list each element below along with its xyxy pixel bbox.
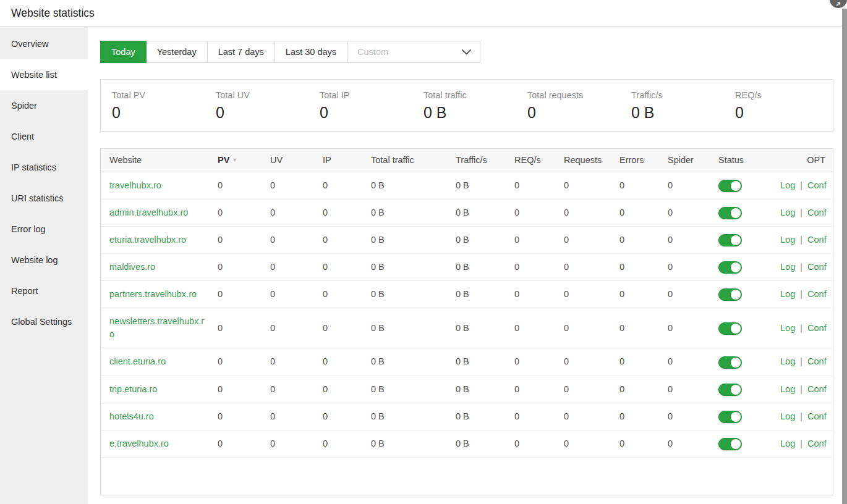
log-link[interactable]: Log [780, 262, 795, 272]
toggle-knob [731, 262, 741, 272]
website-link[interactable]: hotels4u.ro [109, 411, 154, 421]
cell-uv: 0 [262, 308, 314, 348]
conf-link[interactable]: Conf [807, 208, 827, 217]
log-link[interactable]: Log [780, 356, 795, 366]
cell-ip: 0 [314, 430, 362, 457]
cell-pv: 0 [209, 226, 262, 253]
vertical-scrollbar-thumb[interactable] [842, 9, 847, 504]
opt-separator: | [795, 411, 807, 421]
log-link[interactable]: Log [780, 180, 795, 190]
conf-link[interactable]: Conf [807, 323, 827, 333]
status-toggle[interactable] [718, 261, 742, 274]
website-link[interactable]: admin.travelhubx.ro [109, 208, 188, 217]
sidebar-item-label: Global Settings [11, 317, 72, 327]
cell-traffic-per-s: 0 B [447, 172, 506, 199]
cell-total-traffic: 0 B [362, 403, 447, 430]
cell-pv: 0 [209, 403, 262, 430]
column-header-spider[interactable]: Spider [659, 149, 710, 172]
column-header-traffic-s[interactable]: Traffic/s [447, 149, 506, 172]
toggle-knob [731, 181, 741, 191]
cell-uv: 0 [262, 199, 314, 226]
toggle-knob [731, 235, 741, 245]
column-header-uv[interactable]: UV [262, 149, 314, 172]
sidebar: Overview Website list Spider Client IP s… [0, 27, 88, 504]
website-link[interactable]: travelhubx.ro [109, 180, 161, 190]
sidebar-item-website-list[interactable]: Website list [0, 59, 88, 90]
website-link[interactable]: partners.travelhubx.ro [109, 289, 197, 299]
column-header-errors[interactable]: Errors [611, 149, 659, 172]
summary-stat-label: Total IP [320, 90, 412, 100]
log-link[interactable]: Log [780, 208, 795, 217]
status-toggle[interactable] [718, 207, 742, 219]
summary-stat-value: 0 [527, 105, 620, 120]
website-link[interactable]: eturia.travelhubx.ro [109, 235, 186, 245]
conf-link[interactable]: Conf [807, 384, 827, 394]
website-link[interactable]: trip.eturia.ro [109, 384, 157, 394]
cell-pv: 0 [209, 348, 262, 376]
custom-date-placeholder: Custom [357, 47, 388, 57]
website-link[interactable]: client.eturia.ro [109, 356, 166, 366]
log-link[interactable]: Log [780, 384, 795, 394]
log-link[interactable]: Log [780, 289, 795, 299]
tab-last-30-days[interactable]: Last 30 days [275, 41, 347, 63]
sidebar-item-spider[interactable]: Spider [0, 90, 88, 121]
sidebar-item-uri-statistics[interactable]: URI statistics [0, 183, 88, 214]
sidebar-item-overview[interactable]: Overview [0, 28, 88, 59]
cell-req-per-s: 0 [506, 226, 555, 253]
cell-errors: 0 [611, 226, 659, 253]
cell-traffic-per-s: 0 B [447, 376, 506, 403]
website-link[interactable]: newsletters.travelhubx.ro [109, 316, 204, 339]
table-row: e.travelhubx.ro 0 0 0 0 B 0 B 0 0 0 0 Lo… [101, 430, 833, 457]
sidebar-item-global-settings[interactable]: Global Settings [0, 306, 88, 337]
status-toggle[interactable] [718, 356, 742, 369]
opt-separator: | [795, 262, 807, 272]
toggle-knob [731, 324, 741, 334]
sidebar-item-ip-statistics[interactable]: IP statistics [0, 152, 88, 183]
status-toggle[interactable] [718, 288, 742, 301]
status-toggle[interactable] [718, 438, 742, 450]
conf-link[interactable]: Conf [807, 180, 827, 190]
column-header-req-s[interactable]: REQ/s [506, 149, 555, 172]
cell-ip: 0 [314, 281, 362, 308]
custom-date-dropdown[interactable]: Custom [347, 41, 480, 63]
column-header-pv[interactable]: PV▼ [209, 149, 262, 172]
sidebar-item-error-log[interactable]: Error log [0, 214, 88, 245]
log-link[interactable]: Log [780, 439, 795, 448]
tab-yesterday[interactable]: Yesterday [146, 41, 208, 63]
status-toggle[interactable] [718, 234, 742, 246]
cell-spider: 0 [659, 254, 710, 281]
status-toggle[interactable] [718, 322, 742, 335]
conf-link[interactable]: Conf [807, 235, 827, 245]
conf-link[interactable]: Conf [807, 411, 827, 421]
column-header-total-traffic[interactable]: Total traffic [362, 149, 447, 172]
table-row: newsletters.travelhubx.ro 0 0 0 0 B 0 B … [101, 308, 833, 348]
status-toggle[interactable] [718, 180, 742, 192]
status-toggle[interactable] [718, 384, 742, 396]
cell-total-traffic: 0 B [362, 199, 447, 226]
conf-link[interactable]: Conf [807, 289, 827, 299]
date-range-tabbar: TodayYesterdayLast 7 daysLast 30 days Cu… [100, 41, 833, 63]
sidebar-item-client[interactable]: Client [0, 121, 88, 152]
tab-today[interactable]: Today [100, 41, 147, 63]
cell-errors: 0 [611, 281, 659, 308]
conf-link[interactable]: Conf [807, 439, 827, 448]
website-link[interactable]: e.travelhubx.ro [109, 439, 169, 448]
status-toggle[interactable] [718, 411, 742, 423]
tab-last-7-days[interactable]: Last 7 days [207, 41, 275, 63]
column-header-requests[interactable]: Requests [555, 149, 611, 172]
log-link[interactable]: Log [780, 411, 795, 421]
conf-link[interactable]: Conf [807, 262, 827, 272]
log-link[interactable]: Log [780, 235, 795, 245]
summary-stat-value: 0 B [424, 105, 516, 120]
cell-ip: 0 [314, 254, 362, 281]
conf-link[interactable]: Conf [807, 356, 827, 366]
sidebar-item-report[interactable]: Report [0, 275, 88, 306]
vertical-scrollbar-track[interactable] [842, 0, 847, 504]
column-header-ip[interactable]: IP [314, 149, 362, 172]
log-link[interactable]: Log [780, 323, 795, 333]
sidebar-item-website-log[interactable]: Website log [0, 245, 88, 275]
website-link[interactable]: maldives.ro [109, 262, 155, 272]
summary-stat-value: 0 [320, 105, 412, 120]
cell-pv: 0 [209, 308, 262, 348]
opt-separator: | [795, 323, 807, 333]
